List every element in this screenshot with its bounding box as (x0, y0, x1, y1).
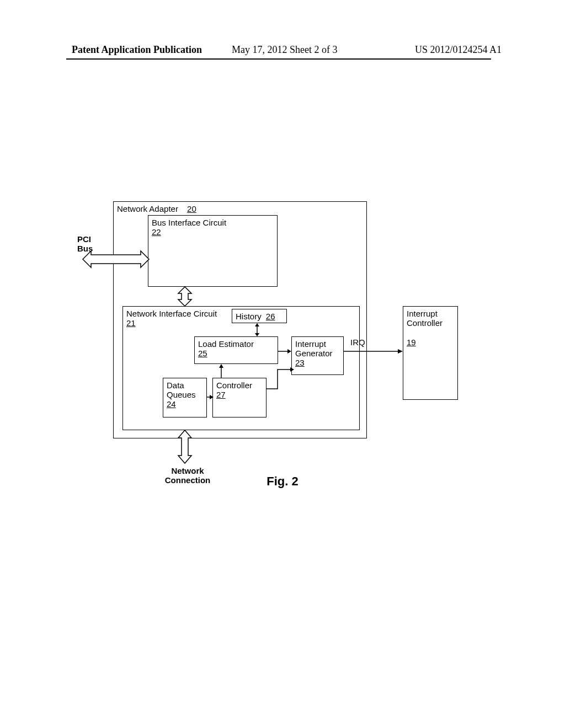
net-conn-arrow (174, 430, 196, 463)
irq-label: IRQ (350, 338, 365, 347)
bus-interface-ref: 22 (152, 227, 274, 237)
network-adapter-ref: 20 (187, 204, 196, 213)
svg-marker-7 (287, 349, 291, 354)
svg-marker-2 (178, 430, 191, 463)
controller-ref: 27 (216, 390, 263, 399)
svg-marker-5 (255, 333, 259, 336)
data-queues-ref: 24 (167, 399, 203, 409)
interrupt-generator-ref: 23 (295, 358, 340, 367)
bus-interface-label: Bus Interface Circuit (152, 218, 274, 227)
bus-interface-box: Bus Interface Circuit 22 (148, 215, 278, 287)
interrupt-controller-box: Interrupt Controller 19 (403, 306, 458, 400)
history-label: History (236, 312, 262, 321)
interrupt-controller-ref: 19 (407, 338, 454, 347)
bus-net-arrow (174, 287, 196, 306)
svg-marker-0 (83, 251, 149, 267)
header-left: Patent Application Publication (72, 44, 202, 56)
pci-bus-label: PCI Bus (77, 234, 93, 253)
load-estimator-ref: 25 (198, 349, 274, 358)
header-rule (66, 58, 491, 60)
history-box: History 26 (232, 309, 287, 323)
data-queues-box: Data Queues 24 (163, 378, 207, 417)
load-intgen-arrow (278, 349, 291, 354)
interrupt-generator-label2: Generator (295, 349, 340, 358)
load-estimator-label: Load Estimator (198, 339, 274, 349)
controller-label: Controller (216, 381, 263, 390)
pci-bus-arrow (83, 251, 149, 273)
header-right: US 2012/0124254 A1 (415, 44, 502, 56)
figure-label: Fig. 2 (0, 474, 565, 489)
block-diagram: PCI Bus Network Adapter 20 Bus Interface… (105, 204, 491, 469)
svg-marker-12 (219, 364, 223, 368)
load-estimator-box: Load Estimator 25 (194, 336, 278, 364)
header-center: May 17, 2012 Sheet 2 of 3 (232, 44, 337, 56)
queues-load-arrow (218, 364, 225, 378)
controller-intgen-arrow (266, 367, 294, 394)
svg-marker-10 (290, 367, 294, 372)
controller-box: Controller 27 (212, 378, 266, 417)
history-ref: 26 (266, 312, 275, 321)
interrupt-controller-label1: Interrupt (407, 309, 454, 318)
queues-controller-arrow (207, 394, 214, 400)
svg-marker-4 (255, 323, 259, 326)
history-load-arrow (254, 323, 260, 336)
irq-arrow (344, 349, 403, 354)
data-queues-label2: Queues (167, 390, 203, 399)
interrupt-generator-label1: Interrupt (295, 339, 340, 349)
network-adapter-label: Network Adapter (117, 204, 178, 213)
interrupt-controller-label2: Controller (407, 318, 454, 328)
svg-marker-1 (178, 287, 191, 306)
interrupt-generator-box: Interrupt Generator 23 (291, 336, 344, 375)
data-queues-label1: Data (167, 381, 203, 390)
svg-marker-14 (398, 349, 403, 354)
svg-marker-9 (210, 395, 214, 399)
